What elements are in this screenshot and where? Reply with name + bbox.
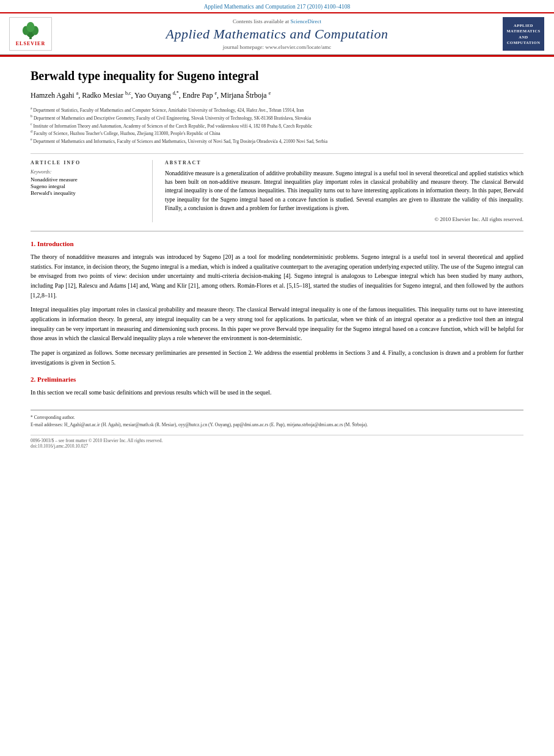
svg-point-4 [26, 22, 34, 32]
keyword-berwald: Berwald's inequality [31, 190, 144, 196]
sciencedirect-link[interactable]: ScienceDirect [291, 18, 321, 24]
affiliation-d: d Faculty of Science, Huzhou Teacher's C… [31, 129, 523, 137]
journal-badge: APPLIED MATHEMATICS AND COMPUTATION [499, 17, 548, 51]
footer-info: 0096-3003/$ – see front matter © 2010 El… [31, 435, 523, 449]
journal-ref-text: Applied Mathematics and Computation 217 … [204, 4, 351, 10]
intro-paragraph-3: The paper is organized as follows. Some … [31, 348, 523, 367]
badge-box: APPLIED MATHEMATICS AND COMPUTATION [503, 17, 544, 51]
abstract-section: ABSTRACT Nonadditive measure is a genera… [165, 160, 523, 222]
affiliation-a: a Department of Statistics, Faculty of M… [31, 106, 523, 114]
section-prelim-heading: 2. Preliminaries [31, 376, 523, 383]
journal-header: ELSEVIER Contents lists available at Sci… [0, 12, 554, 55]
intro-paragraph-2: Integral inequalities play important rol… [31, 305, 523, 343]
journal-reference: Applied Mathematics and Computation 217 … [0, 0, 554, 12]
affiliations: a Department of Statistics, Faculty of M… [31, 106, 523, 145]
contents-available-line: Contents lists available at ScienceDirec… [55, 18, 499, 24]
header-divider [0, 55, 554, 57]
article-info-left: ARTICLE INFO Keywords: Nonadditive measu… [31, 160, 153, 222]
article-info-label: ARTICLE INFO [31, 160, 144, 165]
paper-title: Berwald type inequality for Sugeno integ… [31, 68, 523, 84]
elsevier-brand-label: ELSEVIER [16, 41, 45, 46]
prelim-paragraph-1: In this section we recall some basic def… [31, 388, 523, 398]
footer-doi: doi:10.1016/j.amc.2010.10.027 [31, 443, 523, 449]
keyword-sugeno: Sugeno integral [31, 183, 144, 189]
affiliation-e: e Department of Mathematics and Informat… [31, 137, 523, 145]
abstract-text: Nonadditive measure is a generalization … [165, 169, 523, 213]
badge-line-4: COMPUTATION [507, 40, 541, 45]
paper-body: Berwald type inequality for Sugeno integ… [0, 68, 554, 449]
badge-line-1: APPLIED [514, 23, 533, 28]
journal-name: Applied Mathematics and Computation [55, 26, 499, 42]
elsevier-logo: ELSEVIER [6, 17, 55, 51]
article-info-section: ARTICLE INFO Keywords: Nonadditive measu… [31, 153, 523, 222]
elsevier-tree-icon [18, 21, 43, 40]
footnote-area: * Corresponding author. E-mail addresses… [31, 410, 523, 429]
corresponding-footnote: * Corresponding author. [31, 414, 523, 421]
journal-homepage: journal homepage: www.elsevier.com/locat… [55, 44, 499, 50]
keyword-nonadditive: Nonadditive measure [31, 176, 144, 183]
email-addresses: H_Agahi@aut.ac.ir (H. Agahi), mesiar@mat… [64, 422, 368, 427]
keywords-label: Keywords: [31, 169, 144, 175]
journal-title-area: Contents lists available at ScienceDirec… [55, 18, 499, 50]
abstract-label: ABSTRACT [165, 160, 523, 165]
email-footnote: E-mail addresses: H_Agahi@aut.ac.ir (H. … [31, 421, 523, 429]
affiliation-b: b Department of Mathematics and Descript… [31, 114, 523, 122]
footer-issn: 0096-3003/$ – see front matter © 2010 El… [31, 438, 523, 443]
intro-paragraph-1: The theory of nonadditive measures and i… [31, 252, 523, 300]
section-intro-heading: 1. Introduction [31, 240, 523, 247]
section-divider-1 [31, 231, 523, 231]
badge-line-3: AND [519, 34, 528, 40]
email-label: E-mail addresses: [31, 422, 63, 427]
paper-authors: Hamzeh Agahi a, Radko Mesiar b,c, Yao Ou… [31, 90, 523, 101]
contents-text: Contents lists available at [233, 18, 289, 24]
copyright-line: © 2010 Elsevier Inc. All rights reserved… [165, 216, 523, 222]
badge-line-2: MATHEMATICS [506, 28, 540, 34]
affiliation-c: c Institute of Information Theory and Au… [31, 122, 523, 129]
